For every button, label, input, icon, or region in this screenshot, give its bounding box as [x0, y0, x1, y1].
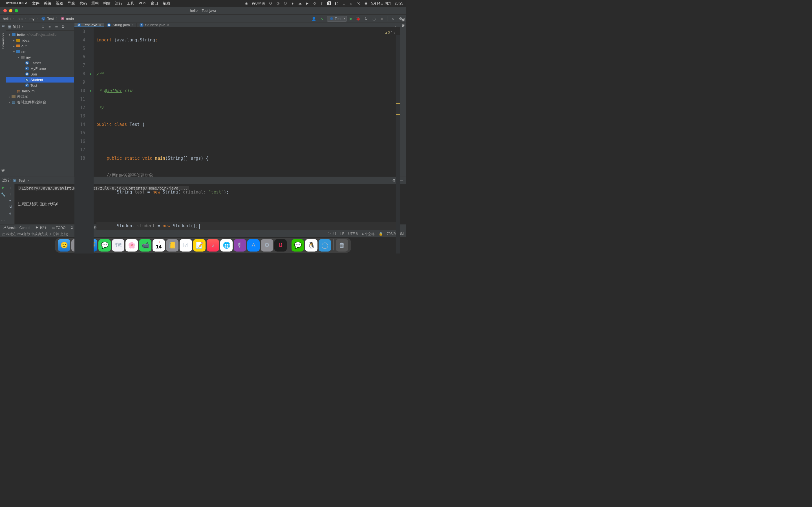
tree-class-test[interactable]: CTest: [6, 82, 74, 88]
coverage-icon[interactable]: ↻: [363, 16, 368, 21]
crumb-class[interactable]: Test: [47, 17, 54, 21]
search-everywhere-icon[interactable]: ⌕: [390, 16, 395, 21]
timer-icon[interactable]: ◷: [276, 1, 280, 5]
search-icon[interactable]: ⌕: [349, 1, 353, 5]
tree-class-myframe[interactable]: CMyFrame: [6, 66, 74, 71]
expand-all-icon[interactable]: ≡: [47, 24, 52, 29]
run-button-icon[interactable]: ▶: [350, 16, 353, 21]
tree-iml[interactable]: ▤hello.iml: [6, 88, 74, 94]
inspection-badge[interactable]: ▲3 ^ v: [386, 29, 396, 37]
control-center-icon[interactable]: ⌥: [357, 1, 361, 5]
down-icon[interactable]: ↓: [9, 192, 11, 196]
menu-code[interactable]: 代码: [80, 1, 87, 6]
collapse-all-icon[interactable]: ≣: [54, 24, 59, 29]
play-icon[interactable]: ▶: [305, 1, 309, 5]
tree-folder-src[interactable]: ▾src: [6, 49, 74, 54]
wifi-icon[interactable]: ◡: [342, 1, 346, 5]
close-icon[interactable]: ×: [99, 23, 101, 27]
dropdown-icon[interactable]: ▾: [22, 25, 23, 28]
crumb-project[interactable]: hello: [3, 17, 10, 21]
panel-settings-icon[interactable]: ⚙: [61, 24, 66, 29]
menu-navigate[interactable]: 导航: [68, 1, 75, 6]
battery-icon[interactable]: ▮▯: [335, 1, 339, 5]
debug-button-icon[interactable]: 🐞: [356, 16, 361, 21]
hide-panel-icon[interactable]: —: [67, 24, 72, 29]
bell-icon[interactable]: ♠: [291, 1, 295, 5]
menu-run[interactable]: 运行: [115, 1, 122, 6]
siri-icon[interactable]: ◉: [364, 1, 368, 5]
menu-tools[interactable]: 工具: [127, 1, 134, 6]
tree-class-son[interactable]: CSon: [6, 71, 74, 77]
status-icon[interactable]: ▢: [2, 232, 5, 236]
window-minimize-icon[interactable]: [9, 9, 12, 12]
type: Student: [117, 223, 137, 228]
grammarly-icon[interactable]: G: [269, 1, 273, 5]
run-gutter-icon[interactable]: ▶: [88, 69, 94, 78]
hex-icon[interactable]: ⬡: [283, 1, 287, 5]
tree-root[interactable]: ▾ hello ~/IdeaProjects/hello: [6, 32, 74, 38]
menu-vcs[interactable]: VCS: [139, 1, 146, 6]
tree-scratches[interactable]: ▸▤临时文件和控制台: [6, 100, 74, 105]
dock-finder-icon[interactable]: 🙂: [58, 239, 70, 251]
crumb-method[interactable]: main: [66, 17, 74, 21]
tab-student[interactable]: CStudent.java×: [137, 23, 172, 27]
build-icon[interactable]: ↘: [319, 16, 324, 21]
add-user-icon[interactable]: 👤: [311, 16, 316, 21]
menu-edit[interactable]: 编辑: [44, 1, 51, 6]
profile-icon[interactable]: ◴: [371, 16, 376, 21]
select-opened-icon[interactable]: ⊙: [40, 24, 45, 29]
folder-label: src: [21, 50, 26, 54]
tab-string[interactable]: CString.java×: [104, 23, 137, 27]
menu-window[interactable]: 窗口: [151, 1, 158, 6]
menu-build[interactable]: 构建: [103, 1, 110, 6]
tree-pkg-my[interactable]: ▾my: [6, 54, 74, 60]
editor-error-stripe[interactable]: [396, 35, 400, 253]
settings-icon[interactable]: ⚙: [398, 16, 403, 21]
menubar-time[interactable]: 20:25: [395, 1, 403, 5]
menubar-date[interactable]: 5月14日 周六: [371, 1, 391, 6]
sogou-icon[interactable]: S: [327, 1, 331, 5]
soft-wrap-icon[interactable]: ≡: [9, 198, 11, 203]
stop-icon[interactable]: ■: [379, 16, 384, 21]
editor[interactable]: 3456789101112131415161718 ▶ ▶ import jav…: [74, 27, 400, 253]
run-tab[interactable]: ▶ 运行: [35, 225, 46, 230]
crumb-pkg[interactable]: my: [30, 17, 35, 21]
menu-refactor[interactable]: 重构: [91, 1, 99, 6]
menu-file[interactable]: 文件: [32, 1, 40, 6]
ime-indicator[interactable]: 995字 英: [252, 1, 265, 6]
screenrec-icon[interactable]: ◉: [245, 1, 248, 5]
tree-folder-idea[interactable]: ▸.idea: [6, 38, 74, 43]
breadcrumb[interactable]: hello〉 src〉 my〉 C Test〉 m main: [3, 16, 74, 21]
close-tab-icon[interactable]: ×: [28, 178, 30, 182]
project-strip-icon[interactable]: ▦: [2, 24, 4, 27]
bluetooth-icon[interactable]: ᛒ: [320, 1, 324, 5]
circle-icon[interactable]: ⊚: [313, 1, 317, 5]
tab-more-icon[interactable]: ⋮: [392, 23, 400, 27]
code-content[interactable]: import java.lang.String; /** * @author c…: [94, 27, 400, 253]
up-icon[interactable]: ↑: [9, 185, 11, 189]
close-icon[interactable]: ×: [132, 23, 134, 27]
tree-class-father[interactable]: CFather: [6, 60, 74, 66]
more-icon[interactable]: ⋯: [1, 218, 5, 223]
window-close-icon[interactable]: [3, 9, 7, 12]
tree-class-student[interactable]: CStudent: [6, 77, 74, 82]
run-config-selector[interactable]: Test: [327, 16, 347, 22]
rerun-icon[interactable]: ▶: [2, 185, 4, 189]
vcs-tab[interactable]: ⎇ Version Control: [2, 226, 30, 230]
menu-help[interactable]: 帮助: [163, 1, 170, 6]
close-icon[interactable]: ×: [167, 23, 169, 27]
todo-tab[interactable]: ≔ TODO: [52, 226, 66, 230]
wrench-icon[interactable]: 🔧: [1, 192, 5, 196]
tab-test[interactable]: CTest.java×: [74, 23, 104, 27]
tree-folder-out[interactable]: ▸out: [6, 43, 74, 49]
scroll-icon[interactable]: ⇲: [9, 205, 12, 209]
bookmarks-strip[interactable]: Bookmarks: [1, 33, 5, 49]
print-icon[interactable]: 🖨: [8, 211, 12, 216]
run-gutter-icon[interactable]: ▶: [88, 87, 94, 95]
menu-view[interactable]: 视图: [56, 1, 63, 6]
menubar-app-name[interactable]: IntelliJ IDEA: [6, 1, 28, 6]
tree-ext-lib[interactable]: ▸外部库: [6, 94, 74, 100]
window-zoom-icon[interactable]: [15, 9, 18, 12]
crumb-src[interactable]: src: [17, 17, 22, 21]
wechat-tray-icon[interactable]: ☁: [298, 1, 302, 5]
